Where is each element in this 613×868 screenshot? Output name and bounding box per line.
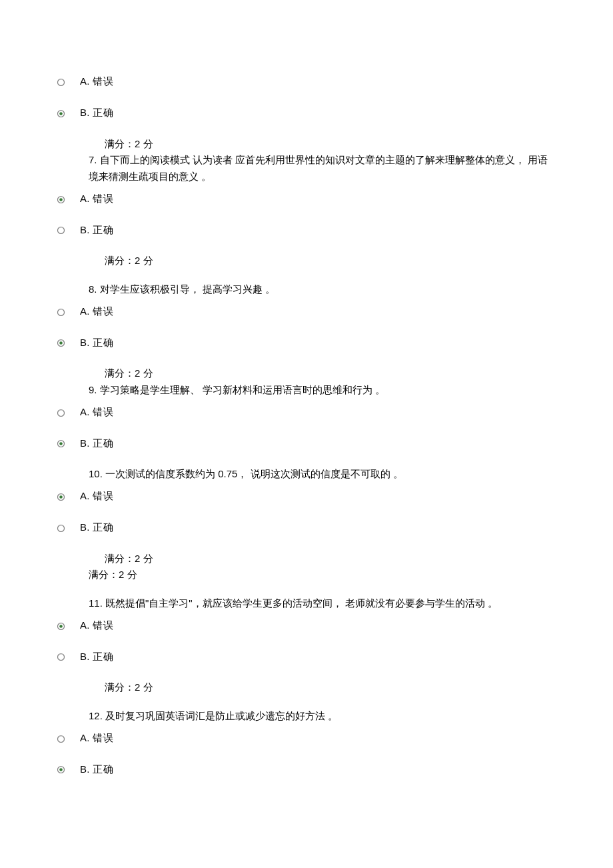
score-text-dup: 满分：2 分	[89, 567, 556, 583]
option-label: B. 正确	[80, 761, 113, 778]
radio-selected-icon	[57, 339, 65, 347]
score-text: 满分：2 分	[105, 136, 556, 153]
radio-unselected-icon	[57, 735, 65, 743]
score-text: 满分：2 分	[105, 253, 556, 269]
q9-option-b[interactable]: B. 正确	[57, 435, 556, 452]
q9-option-a[interactable]: A. 错误	[57, 404, 556, 421]
option-label: B. 正确	[80, 335, 113, 351]
q6-option-b[interactable]: B. 正确	[57, 105, 556, 121]
option-label: B. 正确	[80, 435, 113, 452]
radio-unselected-icon	[57, 226, 65, 235]
q12-option-b[interactable]: B. 正确	[57, 761, 556, 778]
radio-unselected-icon	[57, 409, 65, 417]
option-label: A. 错误	[80, 730, 113, 747]
option-label: A. 错误	[80, 617, 113, 634]
q8-option-a[interactable]: A. 错误	[57, 303, 556, 320]
radio-selected-icon	[57, 439, 65, 448]
option-label: A. 错误	[80, 73, 113, 90]
q12-option-a[interactable]: A. 错误	[57, 730, 556, 747]
question-12-text: 12. 及时复习巩固英语词汇是防止或减少遗忘的好方法 。	[89, 708, 556, 725]
radio-selected-icon	[57, 493, 65, 501]
q10-option-b[interactable]: B. 正确	[57, 519, 556, 536]
q10-option-a[interactable]: A. 错误	[57, 488, 556, 505]
score-text: 满分：2 分	[105, 365, 556, 382]
radio-selected-icon	[57, 109, 65, 118]
q11-option-b[interactable]: B. 正确	[57, 649, 556, 665]
question-7-text: 7. 自下而上的阅读模式 认为读者 应首先利用世界性的知识对文章的主题的了解来理…	[89, 152, 556, 185]
q11-option-a[interactable]: A. 错误	[57, 617, 556, 634]
radio-selected-icon	[57, 195, 65, 204]
q6-option-a[interactable]: A. 错误	[57, 73, 556, 90]
document-page: A. 错误 B. 正确 满分：2 分 7. 自下而上的阅读模式 认为读者 应首先…	[0, 0, 613, 777]
radio-selected-icon	[57, 622, 65, 631]
option-label: A. 错误	[80, 488, 113, 505]
radio-unselected-icon	[57, 308, 65, 317]
option-label: A. 错误	[80, 191, 113, 207]
question-8-text: 8. 对学生应该积极引导， 提高学习兴趣 。	[89, 281, 556, 298]
radio-unselected-icon	[57, 524, 65, 533]
q7-option-b[interactable]: B. 正确	[57, 222, 556, 239]
option-label: B. 正确	[80, 649, 113, 665]
option-label: B. 正确	[80, 105, 113, 121]
radio-selected-icon	[57, 765, 65, 774]
question-10-text: 10. 一次测试的信度系数约为 0.75， 说明这次测试的信度是不可取的 。	[89, 466, 556, 483]
question-11-text: 11. 既然提倡"自主学习"，就应该给学生更多的活动空间， 老师就没有必要参与学…	[89, 595, 556, 612]
q8-option-b[interactable]: B. 正确	[57, 335, 556, 351]
option-label: B. 正确	[80, 222, 113, 239]
score-text: 满分：2 分	[105, 679, 556, 696]
option-label: A. 错误	[80, 303, 113, 320]
radio-unselected-icon	[57, 78, 65, 87]
option-label: A. 错误	[80, 404, 113, 421]
score-text: 满分：2 分	[105, 551, 556, 567]
q7-option-a[interactable]: A. 错误	[57, 191, 556, 207]
option-label: B. 正确	[80, 519, 113, 536]
question-9-text: 9. 学习策略是学生理解、 学习新材料和运用语言时的思维和行为 。	[89, 382, 556, 399]
radio-unselected-icon	[57, 653, 65, 661]
